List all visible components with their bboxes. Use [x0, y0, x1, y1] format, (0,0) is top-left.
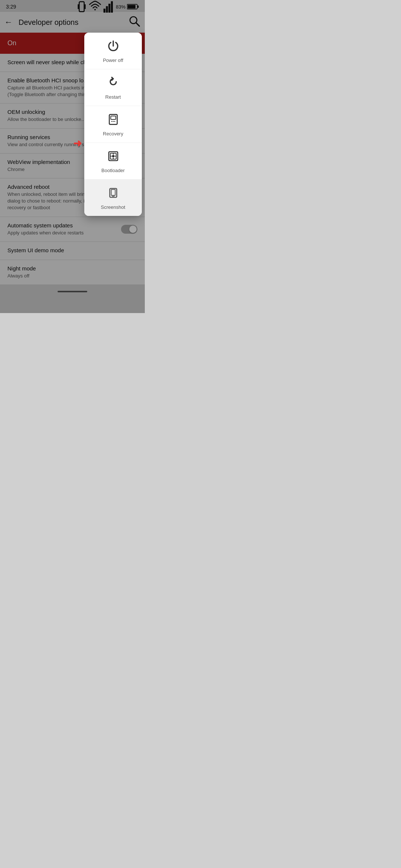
svg-point-15 — [111, 121, 112, 122]
power-off-label: Power off — [103, 57, 123, 63]
restart-icon — [107, 77, 119, 91]
recovery-label: Recovery — [103, 131, 123, 137]
restart-label: Restart — [105, 94, 121, 100]
bootloader-arrow: ➜ — [73, 137, 82, 149]
svg-point-20 — [112, 155, 114, 158]
screenshot-icon — [107, 187, 119, 201]
bootloader-label: Bootloader — [101, 168, 125, 173]
restart-button[interactable]: Restart — [84, 69, 142, 106]
svg-point-17 — [114, 121, 115, 122]
power-off-icon — [107, 40, 119, 55]
recovery-button[interactable]: Recovery — [84, 106, 142, 143]
bootloader-icon — [107, 150, 119, 165]
svg-rect-14 — [111, 116, 115, 119]
recovery-icon — [107, 114, 119, 128]
svg-rect-26 — [111, 190, 115, 195]
svg-point-16 — [113, 121, 114, 122]
power-off-button[interactable]: Power off — [84, 33, 142, 69]
bootloader-button[interactable]: Bootloader — [84, 143, 142, 180]
screenshot-button[interactable]: Screenshot — [84, 180, 142, 216]
power-menu: Power off Restart Recovery — [84, 33, 142, 216]
screenshot-label: Screenshot — [101, 204, 125, 210]
